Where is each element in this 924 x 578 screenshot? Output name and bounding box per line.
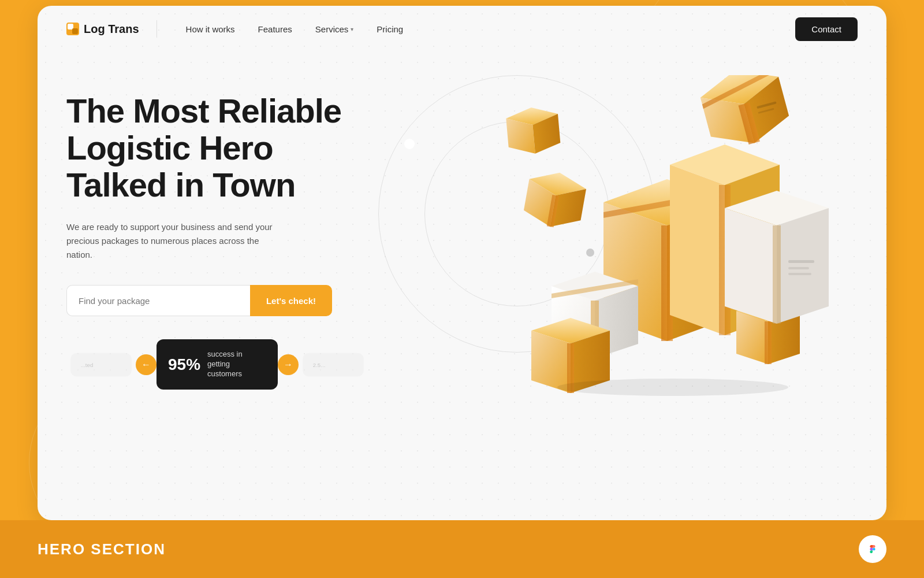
hero-title: The Most Reliable Logistic Hero Talked i… — [66, 92, 367, 203]
stat-prev-button[interactable]: ← — [136, 354, 157, 375]
svg-marker-35 — [777, 208, 829, 324]
stat-percent: 95% — [168, 355, 200, 374]
svg-point-43 — [557, 379, 788, 396]
svg-marker-34 — [725, 208, 777, 324]
hero-left: The Most Reliable Logistic Hero Talked i… — [66, 75, 367, 390]
svg-rect-38 — [788, 267, 809, 269]
figma-icon — [866, 542, 880, 556]
boxes-svg — [500, 75, 858, 410]
hero-dot-1 — [404, 139, 415, 149]
stat-card-next: 2.5... — [303, 353, 364, 376]
figma-button[interactable] — [859, 535, 886, 563]
main-card: Log Trans How it works Features Services… — [38, 6, 886, 520]
logo-text: Log Trans — [84, 23, 139, 36]
services-chevron-icon: ▾ — [351, 26, 353, 32]
hero-subtitle: We are ready to support your business an… — [66, 220, 274, 262]
logo-icon — [66, 23, 79, 35]
svg-marker-36 — [773, 225, 781, 324]
search-button[interactable]: Let's check! — [250, 285, 332, 316]
bottom-bar-title: HERO SECTION — [38, 540, 166, 558]
svg-marker-28 — [765, 321, 772, 364]
nav-features[interactable]: Features — [247, 18, 304, 40]
logo[interactable]: Log Trans — [66, 23, 139, 36]
stats-carousel: ...ted ← 95% success in getting customer… — [66, 339, 344, 390]
svg-rect-37 — [788, 260, 814, 263]
hero-section: The Most Reliable Logistic Hero Talked i… — [38, 52, 886, 520]
search-bar: Let's check! — [66, 285, 332, 316]
stat-card-prev: ...ted — [70, 353, 132, 376]
hero-illustration — [378, 75, 858, 410]
nav-divider — [157, 20, 157, 38]
bottom-bar: HERO SECTION — [0, 520, 924, 578]
navbar: Log Trans How it works Features Services… — [38, 6, 886, 52]
stat-label: success in getting customers — [207, 350, 266, 379]
svg-rect-39 — [788, 273, 811, 275]
search-input[interactable] — [66, 285, 250, 316]
contact-button[interactable]: Contact — [795, 17, 858, 41]
nav-links: How it works Features Services ▾ Pricing — [174, 18, 796, 40]
stat-card-active: 95% success in getting customers — [157, 339, 278, 390]
stat-next-button[interactable]: → — [278, 354, 299, 375]
svg-marker-17 — [670, 165, 725, 335]
nav-pricing[interactable]: Pricing — [365, 18, 415, 40]
nav-how-it-works[interactable]: How it works — [174, 18, 247, 40]
nav-services[interactable]: Services ▾ — [304, 18, 366, 40]
